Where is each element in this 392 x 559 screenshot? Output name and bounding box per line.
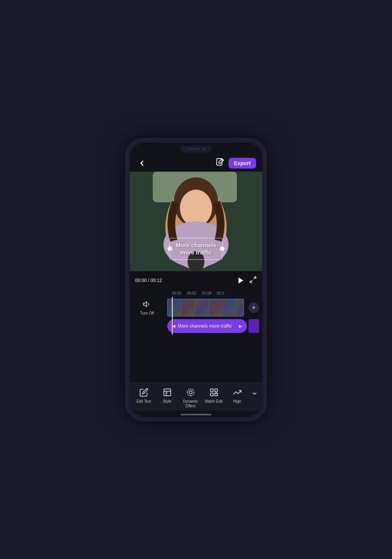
- draft-icon[interactable]: [216, 157, 225, 169]
- back-button[interactable]: [136, 157, 148, 169]
- export-button[interactable]: Export: [229, 158, 256, 169]
- timeline-ruler: 00:00 00:02 00:04 00:0: [130, 290, 262, 297]
- thumb-5: [223, 299, 237, 316]
- phone-frame: Export: [125, 138, 267, 421]
- svg-marker-10: [144, 302, 147, 307]
- video-controls: 00:00 / 00:12: [130, 271, 262, 290]
- toolbar-item-dynamic-effect[interactable]: Dynamic Effect: [181, 387, 200, 408]
- timeline-area: 00:00 00:02 00:04 00:0: [130, 290, 262, 383]
- bottom-toolbar: Edit Text T Style: [130, 383, 262, 411]
- high-label: High: [233, 399, 241, 404]
- edit-text-icon: [139, 387, 149, 398]
- audio-track-label[interactable]: Turn Off: [130, 298, 164, 317]
- notch: [181, 146, 211, 152]
- blue-bar: [167, 299, 244, 299]
- ruler-mark-3: 00:0: [217, 291, 232, 295]
- batch-edit-icon: [209, 387, 219, 398]
- video-track-row: Turn Off: [130, 298, 259, 317]
- svg-text:T: T: [166, 392, 168, 395]
- text-track-next[interactable]: [248, 319, 259, 333]
- batch-edit-label: Batch Edit: [205, 399, 223, 404]
- svg-line-9: [250, 280, 253, 282]
- volume-icon: [143, 300, 151, 310]
- ruler-mark-0: 00:00: [172, 291, 187, 295]
- dynamic-effect-icon: [185, 387, 196, 398]
- speaker: [186, 148, 200, 150]
- toolbar-item-batch-edit[interactable]: Batch Edit: [204, 387, 224, 404]
- ruler-mark-2: 00:04: [202, 291, 217, 295]
- svg-rect-17: [211, 393, 213, 396]
- svg-line-8: [254, 277, 256, 279]
- thumb-3: [195, 299, 209, 316]
- toolbar-item-style[interactable]: T Style: [158, 387, 177, 404]
- style-icon: T: [162, 387, 173, 398]
- video-track-content[interactable]: [167, 299, 244, 316]
- play-button[interactable]: [234, 274, 246, 287]
- add-track-button[interactable]: +: [248, 302, 259, 313]
- camera: [203, 148, 206, 151]
- thumb-2: [181, 299, 195, 316]
- play-icon: [238, 277, 243, 284]
- style-label: Style: [163, 399, 171, 404]
- playhead: [172, 297, 173, 334]
- svg-point-14: [187, 389, 194, 396]
- app-content: Export: [130, 154, 262, 417]
- time-display: 00:00 / 00:12: [135, 278, 231, 283]
- header-actions: Export: [216, 157, 256, 169]
- header: Export: [130, 154, 262, 172]
- handle-right[interactable]: [220, 246, 225, 251]
- video-track[interactable]: [167, 299, 244, 316]
- text-track-text: More channels more traffic: [178, 323, 237, 329]
- overlay-text: More channels more traffic: [176, 241, 216, 256]
- toolbar-item-high[interactable]: High: [228, 387, 247, 404]
- text-track-arrow-right: ▶: [239, 323, 242, 329]
- thumb-6: [237, 299, 244, 316]
- dynamic-effect-label: Dynamic Effect: [183, 399, 198, 408]
- expand-toolbar-button[interactable]: [251, 387, 258, 397]
- fullscreen-button[interactable]: [249, 276, 257, 285]
- svg-point-5: [180, 190, 212, 226]
- turn-off-label: Turn Off: [140, 311, 154, 315]
- edit-text-label: Edit Text: [136, 399, 151, 404]
- text-overlay-box[interactable]: More channels more traffic: [169, 238, 222, 260]
- video-preview: More channels more traffic: [130, 172, 262, 271]
- toolbar-item-edit-text[interactable]: Edit Text: [134, 387, 154, 404]
- phone-screen: Export: [130, 143, 262, 417]
- text-track-label-empty: [130, 325, 164, 328]
- svg-point-13: [189, 391, 192, 394]
- text-track-content[interactable]: ◀ More channels more traffic ▶: [167, 319, 259, 333]
- svg-rect-15: [211, 389, 213, 392]
- timeline-tracks: Turn Off: [130, 297, 262, 334]
- ruler-mark-1: 00:02: [187, 291, 202, 295]
- thumbnail-strip: [167, 299, 244, 316]
- high-icon: [232, 387, 243, 398]
- handle-left[interactable]: [167, 246, 172, 251]
- text-track-row: ◀ More channels more traffic ▶: [130, 319, 259, 333]
- home-indicator: [130, 411, 262, 417]
- home-bar: [181, 414, 211, 415]
- thumb-4: [209, 299, 223, 316]
- text-track[interactable]: ◀ More channels more traffic ▶: [167, 319, 247, 333]
- toolbar-items: Edit Text T Style: [130, 387, 262, 408]
- notch-area: [130, 143, 262, 154]
- thumb-1: [168, 299, 181, 316]
- svg-rect-16: [215, 389, 217, 392]
